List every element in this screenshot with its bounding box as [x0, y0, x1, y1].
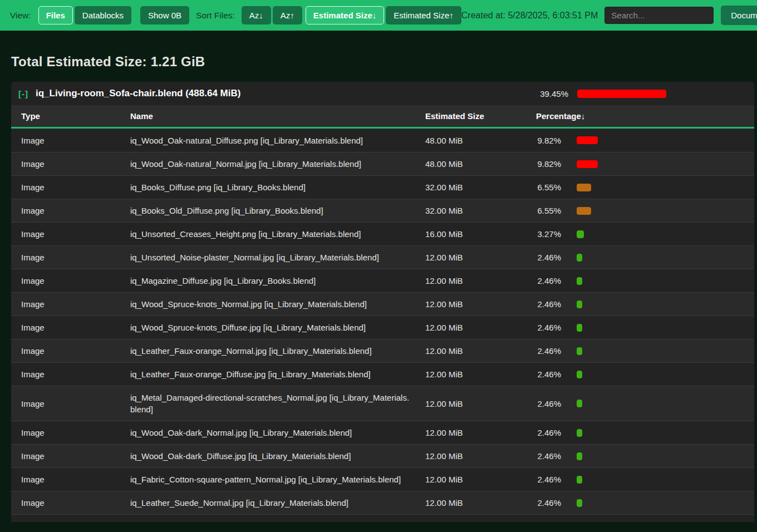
- estimated-size-cell: 12.00 MiB: [425, 497, 536, 509]
- percentage-bar-cell: [561, 452, 754, 460]
- topbar: View: Files Datablocks Show 0B Sort File…: [0, 0, 757, 31]
- name-cell: iq_Wood_Spruce-knots_Diffuse.jpg [iq_Lib…: [130, 322, 425, 333]
- table-row: Imageiq_Leather_Suede_Normal.jpg [iq_Lib…: [11, 491, 754, 514]
- percentage-cell: 9.82%: [536, 135, 561, 146]
- type-cell: Image: [21, 497, 130, 509]
- percentage-cell: 2.46%: [536, 398, 561, 410]
- percentage-bar: [577, 371, 582, 378]
- sort-files-label: Sort Files:: [196, 11, 235, 21]
- estimated-size-cell: 48.00 MiB: [425, 158, 536, 170]
- sort-size-descending-button[interactable]: Estimated Size↓: [306, 6, 384, 24]
- collapse-toggle[interactable]: [-]: [16, 88, 31, 100]
- percentage-cell: 2.46%: [536, 474, 561, 485]
- datablocks-button[interactable]: Datablocks: [75, 6, 131, 24]
- sort-az-descending-button[interactable]: Az↓: [242, 6, 271, 24]
- type-cell: Image: [21, 368, 130, 380]
- percentage-bar-cell: [561, 429, 754, 437]
- percentage-cell: 2.46%: [536, 322, 561, 333]
- percentage-cell: 2.46%: [536, 497, 561, 509]
- table-row: Imageiq_Books_Old_Diffuse.png [iq_Librar…: [11, 199, 754, 222]
- table-row: Imageiq_Fabric_Cotton-square-pattern_Nor…: [11, 467, 754, 491]
- column-header-row: Type Name Estimated Size Percentage↓: [11, 105, 754, 129]
- table-row: Imageiq_Leather_Faux-orange_Normal.jpg […: [11, 339, 754, 362]
- percentage-cell: 2.46%: [536, 368, 561, 380]
- estimated-size-cell: 48.00 MiB: [425, 135, 536, 146]
- percentage-bar-cell: [561, 324, 754, 332]
- percentage-cell: 2.46%: [536, 252, 561, 263]
- file-group-percentage-bar: [577, 90, 666, 98]
- column-header-name[interactable]: Name: [130, 111, 425, 121]
- percentage-cell: 2.46%: [536, 427, 561, 439]
- percentage-cell: 2.46%: [536, 275, 561, 287]
- files-button[interactable]: Files: [38, 6, 73, 24]
- column-header-type[interactable]: Type: [21, 111, 130, 121]
- percentage-bar: [577, 476, 582, 484]
- type-cell: Image: [21, 228, 130, 240]
- percentage-cell: 6.55%: [536, 205, 561, 216]
- file-group-bar-area: [568, 90, 754, 98]
- percentage-bar: [577, 400, 582, 407]
- table-row: Imageiq_Wood_Oak-dark_Normal.jpg [iq_Lib…: [11, 421, 754, 444]
- type-cell: Image: [21, 181, 130, 193]
- percentage-bar: [577, 160, 598, 168]
- estimated-size-cell: 12.00 MiB: [425, 398, 536, 410]
- name-cell: iq_Unsorted_Creases_Height.png [iq_Libra…: [130, 228, 425, 240]
- percentage-bar: [577, 254, 582, 262]
- sort-az-ascending-button[interactable]: Az↑: [273, 6, 302, 24]
- percentage-cell: 9.82%: [536, 158, 561, 170]
- table-row: Imageiq_Metal_Damaged-directional-scratc…: [11, 386, 754, 421]
- name-cell: iq_Wood_Oak-natural_Normal.jpg [iq_Libra…: [130, 158, 425, 170]
- percentage-bar-cell: [561, 207, 754, 215]
- type-cell: Image: [21, 275, 130, 287]
- view-label: View:: [10, 11, 31, 21]
- name-cell: iq_Wood_Oak-natural_Diffuse.png [iq_Libr…: [130, 135, 425, 146]
- estimated-size-cell: 12.00 MiB: [425, 322, 536, 333]
- type-cell: Image: [21, 322, 130, 333]
- table-row: Imageiq_Leather_Faux-orange_Diffuse.jpg …: [11, 362, 754, 386]
- percentage-bar-cell: [561, 160, 754, 168]
- estimated-size-cell: 12.00 MiB: [425, 345, 536, 357]
- table-row: Imageiq_Books_Diffuse.png [iq_Library_Bo…: [11, 175, 754, 199]
- sort-az-group: Az↓ Az↑: [242, 6, 302, 24]
- percentage-cell: 2.46%: [536, 450, 561, 462]
- name-cell: iq_Leather_Suede_Normal.jpg [iq_Library_…: [130, 497, 425, 509]
- type-cell: Image: [21, 450, 130, 462]
- percentage-cell: 3.27%: [536, 228, 561, 240]
- file-group-percentage: 39.45%: [540, 89, 568, 98]
- table-row-partial: [11, 514, 754, 522]
- percentage-bar-cell: [561, 347, 754, 355]
- table-row: Imageiq_Wood_Spruce-knots_Normal.jpg [iq…: [11, 292, 754, 316]
- estimated-size-cell: 12.00 MiB: [425, 474, 536, 485]
- percentage-bar-cell: [561, 136, 754, 144]
- created-at-text: Created at: 5/28/2025, 6:03:51 PM: [461, 11, 598, 21]
- type-cell: Image: [21, 298, 130, 310]
- percentage-cell: 2.46%: [536, 345, 561, 357]
- view-toggle-group: Files Datablocks: [38, 6, 131, 24]
- percentage-bar: [577, 277, 582, 285]
- name-cell: iq_Leather_Faux-orange_Normal.jpg [iq_Li…: [130, 345, 425, 357]
- percentage-bar-cell: [561, 184, 754, 191]
- name-cell: iq_Magazine_Diffuse.jpg [iq_Library_Book…: [130, 275, 425, 287]
- type-cell: Image: [21, 252, 130, 263]
- percentage-bar: [577, 136, 598, 144]
- percentage-bar: [577, 301, 582, 308]
- show-0b-button[interactable]: Show 0B: [140, 6, 189, 24]
- table-row: Imageiq_Wood_Spruce-knots_Diffuse.jpg [i…: [11, 316, 754, 339]
- table-row: Imageiq_Wood_Oak-natural_Diffuse.png [iq…: [11, 129, 754, 152]
- percentage-bar-cell: [561, 230, 754, 238]
- estimated-size-cell: 32.00 MiB: [425, 181, 536, 193]
- column-header-estimated-size[interactable]: Estimated Size: [425, 111, 536, 121]
- sort-size-ascending-button[interactable]: Estimated Size↑: [386, 6, 461, 24]
- estimated-size-cell: 16.00 MiB: [425, 228, 536, 240]
- type-cell: Image: [21, 158, 130, 170]
- file-group-header: [-] iq_Living-room_Sofa-chair.blend (488…: [11, 82, 754, 105]
- documentation-button[interactable]: Documentation: [721, 6, 757, 25]
- name-cell: iq_Wood_Spruce-knots_Normal.jpg [iq_Libr…: [130, 298, 425, 310]
- percentage-bar: [577, 429, 582, 437]
- search-input[interactable]: [604, 7, 714, 24]
- type-cell: Image: [21, 345, 130, 357]
- percentage-bar-cell: [561, 301, 754, 308]
- table-row: Imageiq_Magazine_Diffuse.jpg [iq_Library…: [11, 269, 754, 292]
- column-header-percentage[interactable]: Percentage↓: [536, 111, 754, 121]
- type-cell: Image: [21, 474, 130, 485]
